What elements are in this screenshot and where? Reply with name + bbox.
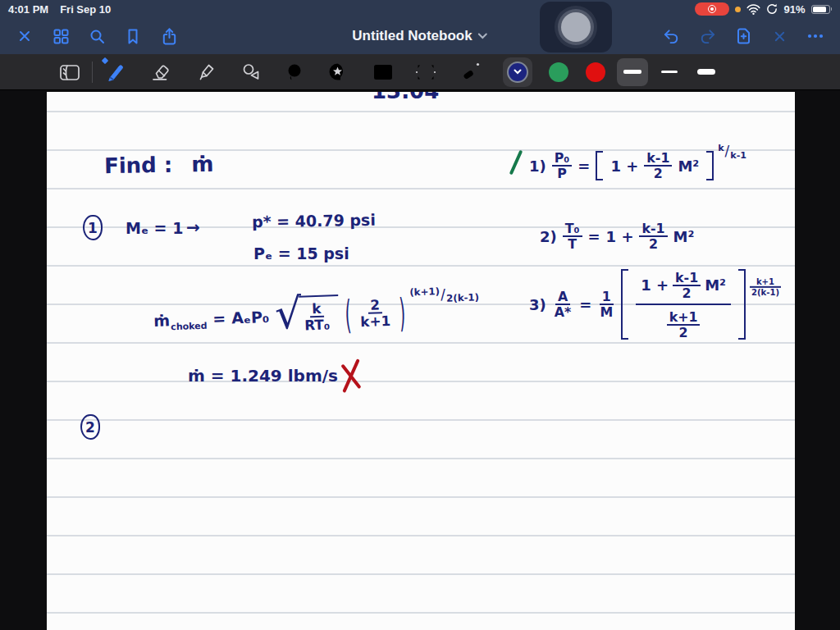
exponent: k / k-1 (718, 145, 746, 159)
highlighter-tool-button[interactable] (183, 54, 228, 90)
add-page-button[interactable] (725, 21, 761, 51)
battery-percent: 91% (783, 3, 805, 16)
text-tool-icon (415, 63, 436, 81)
shapes-tool-button[interactable] (228, 54, 273, 90)
pages-overview-button[interactable] (43, 21, 79, 51)
tools-toolbar (0, 54, 840, 90)
equation-2-stagnation-temperature: 2) T₀T = 1 + k-12 M² (540, 221, 694, 251)
undo-icon (663, 29, 680, 43)
add-page-icon (737, 28, 751, 44)
equation-3-area-ratio: 3) AA* = 1M 1 + k-12 M² k+12 (529, 269, 781, 340)
close-notebook-button[interactable] (7, 21, 43, 51)
p-star-value: p* = 40.79 psi (252, 211, 376, 231)
search-button[interactable] (79, 21, 115, 51)
mdot-symbol: ṁ (153, 311, 171, 330)
battery-icon (811, 5, 830, 14)
eraser-tool-icon (150, 62, 171, 83)
grid-icon (53, 29, 69, 44)
photo-tool-button[interactable] (360, 54, 405, 90)
stroke-width-option-3[interactable] (687, 54, 724, 90)
assistive-touch-button[interactable] (540, 2, 612, 52)
laser-pointer-tool-button[interactable] (446, 54, 495, 90)
pen-tool-button[interactable] (93, 54, 138, 90)
pen-tool-icon (105, 62, 126, 83)
date: Fri Sep 10 (60, 3, 111, 16)
find-statement: Find : ṁ (104, 152, 214, 178)
color-swatch-red[interactable] (577, 54, 614, 90)
screen-recording-indicator[interactable] (695, 2, 729, 16)
ipad-screen: 4:01 PM Fri Sep 10 91% (0, 0, 840, 630)
share-button[interactable] (151, 21, 187, 51)
tool-organizer-button[interactable] (47, 54, 92, 90)
equation-number: 3) (529, 296, 546, 313)
equation-number: 1) (529, 158, 546, 175)
color-swatch-green[interactable] (540, 54, 577, 90)
tool-organizer-icon (59, 63, 80, 81)
stickers-tool-icon (326, 62, 349, 82)
shapes-tool-icon (240, 62, 262, 83)
exponent: (k+1) / 2(k-1) (409, 287, 479, 304)
bookmark-icon (126, 29, 140, 44)
step1-condition: Mₑ = 1 (126, 219, 183, 237)
mass-flow-result: ṁ = 1.249 lbm/s (188, 366, 338, 386)
wifi-icon (746, 4, 760, 15)
close-page-button[interactable] (761, 21, 797, 51)
step-1-bullet: 1 (83, 215, 103, 240)
share-icon (162, 28, 177, 45)
highlighter-tool-icon (195, 62, 217, 83)
notebook-title: Untitled Notebook (352, 28, 472, 44)
incorrect-cross-mark (338, 356, 364, 395)
close-icon (17, 29, 32, 43)
close-paren: ) (399, 289, 406, 334)
assistive-touch-circle (561, 12, 591, 42)
microphone-in-use-indicator (735, 7, 741, 12)
equation-1-stagnation-pressure: 1) P₀P = 1 + k-12 M² k / k-1 (529, 151, 746, 180)
step-2-bullet: 2 (80, 414, 100, 440)
exponent: k+1 2(k-1) (750, 276, 781, 297)
undo-button[interactable] (653, 21, 689, 51)
close-icon (773, 30, 787, 43)
laser-pointer-tool-icon (460, 61, 482, 83)
eraser-tool-button[interactable] (138, 54, 183, 90)
lasso-tool-icon (284, 62, 305, 83)
clock: 4:01 PM (8, 3, 48, 16)
text-tool-button[interactable] (405, 54, 446, 90)
more-options-button[interactable] (797, 21, 833, 51)
p-exit-value: Pₑ = 15 psi (253, 244, 349, 262)
stroke-width-option-1-selected[interactable] (614, 54, 651, 90)
sqrt-term: √ kRT₀ (274, 294, 339, 336)
chevron-down-icon (514, 69, 522, 75)
area-pressure-term: AₑP₀ (231, 308, 270, 327)
photo-tool-icon (372, 63, 394, 81)
ellipsis-icon (807, 34, 824, 39)
mass-flow-symbol: ṁ (191, 152, 214, 176)
redo-icon (699, 29, 716, 43)
equation-number: 2) (540, 228, 557, 245)
left-bracket (596, 151, 603, 180)
stroke-width-option-2[interactable] (651, 54, 687, 90)
open-paren: ( (345, 291, 352, 336)
implies-arrow: → (186, 217, 200, 237)
note-page[interactable]: 13.04 Find : ṁ 1 Mₑ = 1 → p* = 40.79 psi… (47, 92, 795, 630)
lasso-tool-button[interactable] (273, 54, 315, 90)
left-bracket (621, 269, 628, 340)
canvas-area: 13.04 Find : ṁ 1 Mₑ = 1 → p* = 40.79 psi… (0, 90, 840, 630)
chevron-down-icon (478, 33, 488, 39)
orientation-lock-icon (766, 3, 778, 15)
bookmark-button[interactable] (115, 21, 151, 51)
search-icon (89, 29, 105, 44)
stickers-tool-button[interactable] (315, 54, 360, 90)
choked-subscript: choked (171, 320, 208, 332)
status-bar: 4:01 PM Fri Sep 10 91% (0, 0, 840, 18)
right-bracket (738, 269, 746, 340)
color-swatch-selected-blue[interactable] (495, 54, 540, 90)
redo-button[interactable] (689, 21, 725, 51)
right-bracket (706, 151, 714, 180)
notebook-title-dropdown[interactable]: Untitled Notebook (352, 18, 487, 54)
page-header-partial: 13.04 (372, 92, 439, 103)
